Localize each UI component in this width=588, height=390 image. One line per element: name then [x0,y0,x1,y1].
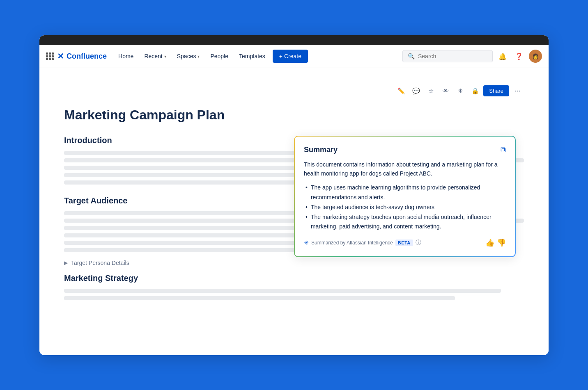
page-title: Marketing Campaign Plan [64,107,524,123]
grid-icon[interactable] [46,52,54,60]
restrict-icon[interactable]: 🔒 [469,84,482,98]
expand-chevron-icon: ▶ [64,260,68,266]
summary-bullet-1: The app uses machine learning algorithms… [305,183,506,203]
search-input[interactable] [418,53,487,59]
summary-body: This document contains information about… [304,160,506,178]
recent-chevron-icon: ▾ [164,54,166,59]
toolbar-row: ✏️ 💬 ☆ 👁 ✳ 🔒 Share ··· [64,84,524,98]
star-icon[interactable]: ☆ [424,84,437,98]
summary-bullets: The app uses machine learning algorithms… [304,183,506,232]
summary-footer: ✳ Summarized by Atlassian Intelligence B… [304,238,506,247]
nav-spaces[interactable]: Spaces ▾ [172,50,205,62]
target-persona-collapsible[interactable]: ▶ Target Persona Details [64,260,524,266]
confluence-wordmark: Confluence [67,52,107,61]
search-bar[interactable]: 🔍 [402,50,493,62]
share-button[interactable]: Share [483,85,509,96]
search-icon: 🔍 [408,53,415,59]
spaces-chevron-icon: ▾ [198,54,200,59]
confluence-logo[interactable]: ✕ Confluence [57,51,107,61]
confluence-x-logo: ✕ [57,51,64,61]
nav-links: Home Recent ▾ Spaces ▾ People Templates … [113,50,401,63]
page-content: ✏️ 💬 ☆ 👁 ✳ 🔒 Share ··· Marketing Campaig… [39,68,549,355]
marketing-strategy-heading: Marketing Strategy [64,274,524,283]
beta-badge: BETA [395,239,413,246]
create-button[interactable]: + Create [273,50,308,63]
help-button[interactable]: ❓ [512,50,526,63]
summary-header: Summary ⧉ [304,146,506,154]
copy-button[interactable]: ⧉ [501,146,506,154]
thumbs-down-button[interactable]: 👎 [497,238,506,247]
nav-home[interactable]: Home [113,50,138,62]
info-icon[interactable]: ⓘ [416,239,421,246]
nav-templates[interactable]: Templates [234,50,270,62]
feedback-icons: 👍 👎 [485,238,506,247]
atlassian-intelligence-icon: ✳ [304,239,309,246]
notifications-button[interactable]: 🔔 [496,50,509,63]
nav-people[interactable]: People [205,50,233,62]
skeleton-line [64,296,455,300]
nav-right: 🔍 🔔 ❓ 👩 [402,50,542,63]
thumbs-up-button[interactable]: 👍 [485,238,494,247]
nav-recent[interactable]: Recent ▾ [139,50,171,62]
more-options-button[interactable]: ··· [511,84,524,98]
ai-badge: ✳ Summarized by Atlassian Intelligence B… [304,239,421,246]
summary-bullet-3: The marketing strategy touches upon soci… [305,212,506,232]
content-layout: Introduction Target Audience [64,136,524,303]
comment-icon[interactable]: 💬 [409,84,423,98]
logo-area: ✕ Confluence [46,51,107,61]
avatar[interactable]: 👩 [529,50,542,63]
navbar: ✕ Confluence Home Recent ▾ Spaces ▾ Peop… [39,45,549,68]
ai-icon[interactable]: ✳ [454,84,467,98]
watch-icon[interactable]: 👁 [439,84,452,98]
skeleton-line [64,289,501,293]
marketing-strategy-content [64,289,524,300]
edit-icon[interactable]: ✏️ [395,84,408,98]
summary-bullet-2: The targeted audience is tech-savvy dog … [305,203,506,212]
summary-title: Summary [304,146,338,154]
summary-panel: Summary ⧉ This document contains informa… [294,136,516,258]
